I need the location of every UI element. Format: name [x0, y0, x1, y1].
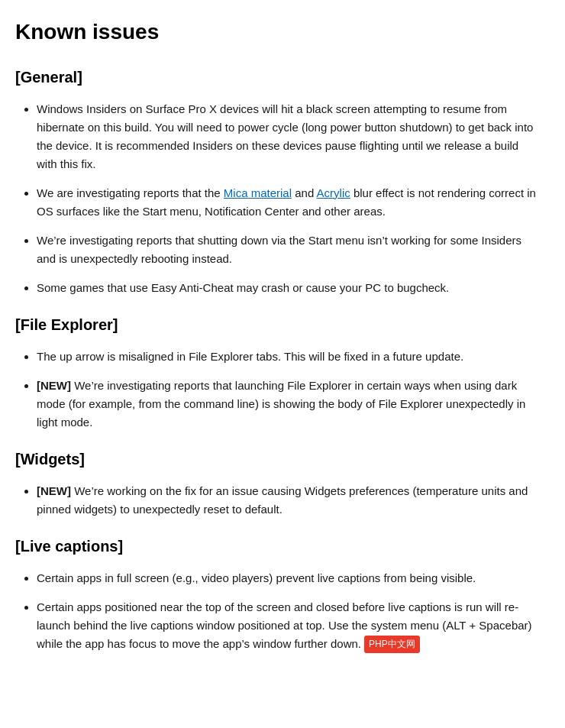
list-item: [NEW] We’re working on the fix for an is…	[37, 482, 542, 519]
watermark-badge: PHP中文网	[364, 636, 420, 653]
page-title: Known issues	[15, 15, 542, 50]
list-item: The up arrow is misaligned in File Explo…	[37, 348, 542, 366]
mica-material-link[interactable]: Mica material	[224, 186, 292, 199]
section-list-widgets: [NEW] We’re working on the fix for an is…	[15, 482, 542, 519]
item-text: The up arrow is misaligned in File Explo…	[37, 350, 463, 363]
section-heading-general: [General]	[15, 65, 542, 89]
new-badge: [NEW]	[37, 379, 74, 392]
section-heading-widgets: [Widgets]	[15, 447, 542, 471]
new-badge: [NEW]	[37, 484, 74, 497]
text-before: We are investigating reports that the	[37, 186, 224, 199]
item-text: Windows Insiders on Surface Pro X device…	[37, 102, 533, 170]
item-text: We’re investigating reports that launchi…	[37, 379, 525, 429]
section-heading-live-captions: [Live captions]	[15, 534, 542, 558]
list-item: Certain apps in full screen (e.g., video…	[37, 569, 542, 587]
section-list-live-captions: Certain apps in full screen (e.g., video…	[15, 569, 542, 654]
text-middle: and	[292, 186, 317, 199]
item-text: Some games that use Easy Anti-Cheat may …	[37, 281, 449, 294]
list-item: We are investigating reports that the Mi…	[37, 184, 542, 221]
item-text: We’re investigating reports that shuttin…	[37, 234, 521, 265]
list-item: Windows Insiders on Surface Pro X device…	[37, 100, 542, 173]
item-text: We’re working on the fix for an issue ca…	[37, 484, 528, 516]
acrylic-link[interactable]: Acrylic	[317, 186, 350, 199]
item-text: Certain apps in full screen (e.g., video…	[37, 571, 476, 584]
section-list-file-explorer: The up arrow is misaligned in File Explo…	[15, 348, 542, 432]
list-item: Certain apps positioned near the top of …	[37, 598, 542, 654]
item-text: Certain apps positioned near the top of …	[37, 600, 532, 650]
list-item: We’re investigating reports that shuttin…	[37, 231, 542, 268]
content-area: [General]Windows Insiders on Surface Pro…	[15, 65, 542, 654]
section-list-general: Windows Insiders on Surface Pro X device…	[15, 100, 542, 297]
section-heading-file-explorer: [File Explorer]	[15, 312, 542, 337]
list-item: Some games that use Easy Anti-Cheat may …	[37, 279, 542, 297]
list-item: [NEW] We’re investigating reports that l…	[37, 377, 542, 432]
